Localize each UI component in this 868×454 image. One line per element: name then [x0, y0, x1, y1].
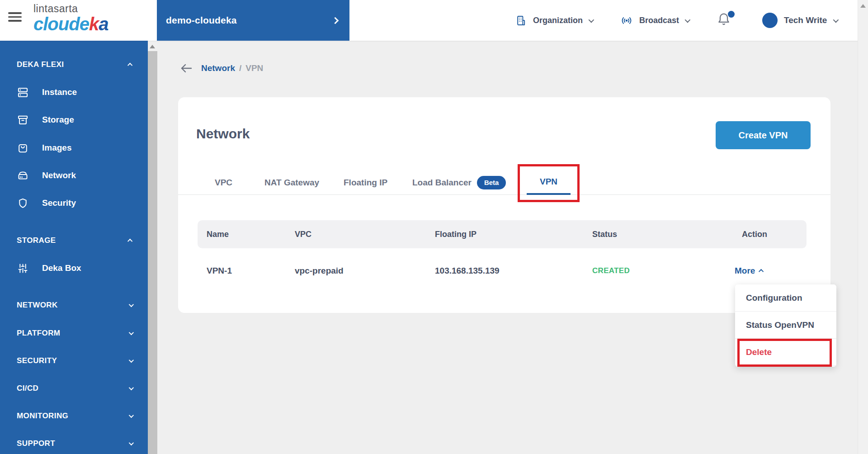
chevron-down-icon	[129, 358, 134, 363]
archive-box-icon	[17, 114, 29, 126]
sidebar-item-deka-box[interactable]: Deka Box	[0, 258, 148, 278]
project-switcher[interactable]: demo-cloudeka	[157, 0, 349, 41]
chevron-up-icon	[759, 269, 764, 274]
sidebar-group-support[interactable]: SUPPORT	[0, 434, 148, 454]
column-header-status: Status	[592, 220, 617, 248]
sidebar-group-deka-flexi[interactable]: DEKA FLEXI	[0, 55, 148, 75]
user-menu[interactable]: Tech Write	[762, 0, 837, 41]
page-title: Network	[196, 126, 250, 142]
chevron-up-icon	[127, 63, 132, 68]
organization-building-icon	[515, 14, 527, 27]
status-badge: CREATED	[592, 266, 630, 275]
brand-product-name: cloudeka	[33, 15, 108, 33]
server-icon	[17, 86, 29, 99]
column-header-floating-ip: Floating IP	[435, 220, 476, 248]
page-scrollbar[interactable]	[858, 0, 868, 454]
chevron-down-icon	[129, 385, 134, 390]
sidebar-group-cicd[interactable]: CI/CD	[0, 378, 148, 398]
broadcast-menu[interactable]: Broadcast	[620, 0, 689, 41]
column-header-name: Name	[207, 220, 229, 248]
table-header: Name VPC Floating IP Status Action	[198, 220, 807, 248]
column-header-action: Action	[742, 220, 767, 248]
broadcast-icon	[620, 14, 633, 27]
column-header-vpc: VPC	[295, 220, 311, 248]
menu-item-configuration[interactable]: Configuration	[735, 284, 836, 312]
hard-drive-icon	[17, 170, 29, 182]
chevron-down-icon	[685, 17, 691, 23]
network-card: Network Create VPN VPC NAT Gateway Float…	[178, 97, 830, 313]
sidebar-group-platform[interactable]: PLATFORM	[0, 323, 148, 343]
broadcast-label: Broadcast	[639, 16, 679, 25]
breadcrumb: Network / VPN	[180, 62, 263, 74]
chevron-down-icon	[129, 302, 134, 307]
sidebar-group-monitoring[interactable]: MONITORING	[0, 406, 148, 426]
sidebar-item-instance[interactable]: Instance	[0, 82, 148, 102]
breadcrumb-link-network[interactable]: Network	[201, 63, 235, 73]
tab-nat-gateway[interactable]: NAT Gateway	[264, 170, 319, 195]
brand-logo[interactable]: lintasarta cloudeka	[33, 4, 108, 33]
user-avatar	[762, 13, 778, 28]
vpc-cell: vpc-prepaid	[295, 248, 344, 293]
floating-ip-cell: 103.168.135.139	[435, 248, 500, 293]
tab-load-balancer[interactable]: Load Balancer Beta	[412, 170, 506, 195]
sidebar-group-security[interactable]: SECURITY	[0, 351, 148, 371]
vpn-name-cell: VPN-1	[207, 248, 232, 293]
chevron-down-icon	[129, 440, 134, 445]
sidebar-item-network[interactable]: Network	[0, 166, 148, 185]
chevron-down-icon	[129, 413, 134, 418]
status-cell: CREATED	[592, 248, 630, 293]
notification-badge-dot	[728, 11, 735, 18]
create-vpn-button[interactable]: Create VPN	[716, 121, 811, 149]
chevron-down-icon	[589, 17, 594, 23]
tab-vpn[interactable]: VPN	[527, 170, 571, 195]
menu-item-status-openvpn[interactable]: Status OpenVPN	[735, 312, 836, 339]
shield-icon	[17, 197, 29, 209]
tab-bar: VPC NAT Gateway Floating IP Load Balance…	[178, 170, 830, 195]
sidebar-scrollbar[interactable]	[148, 41, 157, 454]
chevron-up-icon	[127, 239, 132, 244]
action-dropdown-menu: Configuration Status OpenVPN Delete	[735, 284, 836, 367]
more-actions-button[interactable]: More	[735, 266, 764, 276]
app-root: lintasarta cloudeka demo-cloudeka	[0, 0, 868, 454]
project-name: demo-cloudeka	[166, 15, 237, 26]
sidebar-item-security[interactable]: Security	[0, 193, 148, 213]
back-arrow-icon[interactable]	[180, 62, 193, 74]
user-name: Tech Write	[784, 15, 827, 25]
beta-badge: Beta	[477, 176, 506, 189]
chevron-right-icon	[332, 17, 339, 24]
sidebar-item-images[interactable]: Images	[0, 138, 148, 158]
hamburger-menu-icon[interactable]	[8, 12, 22, 23]
top-header: lintasarta cloudeka demo-cloudeka	[0, 0, 868, 41]
scroll-up-arrow-icon[interactable]	[860, 4, 866, 8]
sidebar-group-storage[interactable]: STORAGE	[0, 231, 148, 251]
sidebar-item-storage[interactable]: Storage	[0, 110, 148, 130]
chevron-down-icon	[129, 330, 134, 335]
organization-label: Organization	[533, 16, 583, 25]
shopping-bag-icon	[17, 142, 29, 154]
sliders-icon	[17, 262, 29, 274]
tab-vpc[interactable]: VPC	[215, 170, 232, 195]
breadcrumb-separator: /	[239, 63, 241, 73]
sidebar: DEKA FLEXI Instance	[0, 41, 148, 454]
menu-item-delete[interactable]: Delete	[735, 339, 836, 366]
notifications-button[interactable]	[716, 11, 736, 30]
chevron-down-icon	[833, 17, 839, 23]
brand-company-name: lintasarta	[33, 4, 108, 14]
table-row: VPN-1 vpc-prepaid 103.168.135.139 CREATE…	[198, 248, 807, 293]
tab-floating-ip[interactable]: Floating IP	[344, 170, 387, 195]
breadcrumb-current-vpn: VPN	[245, 63, 263, 73]
sidebar-group-network[interactable]: NETWORK	[0, 295, 148, 315]
organization-menu[interactable]: Organization	[515, 0, 593, 41]
scroll-up-arrow-icon[interactable]	[150, 45, 155, 48]
sidebar-scrollbar-thumb[interactable]	[148, 51, 157, 454]
